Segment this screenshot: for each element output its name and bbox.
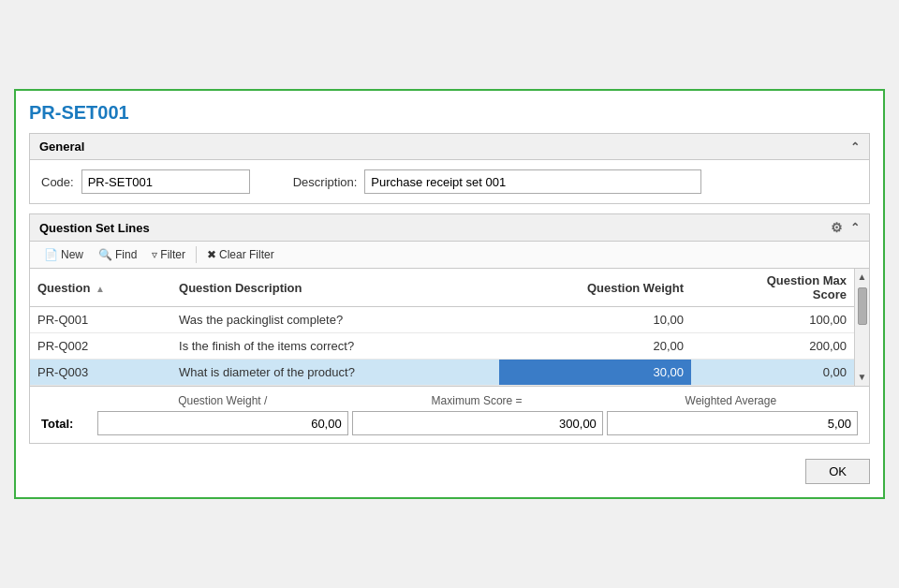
row1-description: Was the packinglist complete? bbox=[171, 307, 499, 333]
clear-filter-button[interactable]: ✖ Clear Filter bbox=[200, 245, 281, 264]
general-section-label: General bbox=[39, 140, 84, 154]
dialog-title: PR-SET001 bbox=[29, 102, 870, 124]
col-header-weight: Question Weight bbox=[499, 269, 691, 307]
code-input[interactable] bbox=[81, 169, 250, 194]
qs-section-label: Question Set Lines bbox=[39, 221, 150, 235]
qs-table: Question ▲ Question Description Question… bbox=[30, 269, 854, 386]
code-label: Code: bbox=[41, 175, 74, 189]
table-row-selected[interactable]: PR-Q003 What is diameter of the product?… bbox=[30, 360, 854, 386]
filter-icon: ▿ bbox=[152, 248, 157, 261]
maxscore-header-label: Maximum Score = bbox=[349, 394, 603, 407]
ok-button[interactable]: OK bbox=[805, 459, 870, 484]
row2-question: PR-Q002 bbox=[30, 333, 171, 360]
weight-header-label: Question Weight / bbox=[96, 394, 349, 407]
scroll-down-arrow[interactable]: ▼ bbox=[858, 371, 867, 384]
row2-weight: 20,00 bbox=[499, 333, 691, 360]
row3-description: What is diameter of the product? bbox=[171, 360, 499, 386]
total-label: Total: bbox=[41, 417, 97, 431]
row1-weight: 10,00 bbox=[499, 307, 691, 333]
row2-description: Is the finish of the items correct? bbox=[171, 333, 499, 360]
totals-section: Question Weight / Maximum Score = Weight… bbox=[30, 386, 869, 443]
ok-row: OK bbox=[29, 453, 870, 484]
general-section-header: General ⌃ bbox=[30, 134, 869, 160]
clear-filter-icon: ✖ bbox=[207, 248, 216, 261]
row2-maxscore: 200,00 bbox=[691, 333, 854, 360]
new-doc-icon: 📄 bbox=[44, 248, 58, 261]
total-weighted-avg-input[interactable] bbox=[607, 411, 858, 435]
scroll-up-arrow[interactable]: ▲ bbox=[858, 271, 867, 284]
col-header-question: Question ▲ bbox=[30, 269, 171, 307]
desc-input[interactable] bbox=[364, 169, 701, 194]
qs-section: Question Set Lines ⚙ ⌃ 📄 New 🔍 Find ▿ Fi… bbox=[29, 213, 870, 444]
total-maxscore-input[interactable] bbox=[352, 411, 603, 435]
sort-arrow-question: ▲ bbox=[96, 284, 105, 294]
row3-question: PR-Q003 bbox=[30, 360, 171, 386]
total-weight-input[interactable] bbox=[97, 411, 348, 435]
row1-maxscore: 100,00 bbox=[691, 307, 854, 333]
find-button[interactable]: 🔍 Find bbox=[92, 245, 143, 264]
filter-button[interactable]: ▿ Filter bbox=[145, 245, 192, 264]
table-row[interactable]: PR-Q001 Was the packinglist complete? 10… bbox=[30, 307, 854, 333]
totals-labels: Question Weight / Maximum Score = Weight… bbox=[41, 394, 858, 407]
row3-maxscore: 0,00 bbox=[691, 360, 854, 386]
toolbar-separator bbox=[196, 246, 197, 263]
general-section: General ⌃ Code: Description: bbox=[29, 133, 870, 204]
col-header-description: Question Description bbox=[171, 269, 499, 307]
general-collapse-icon[interactable]: ⌃ bbox=[850, 140, 860, 154]
col-header-maxscore: Question MaxScore bbox=[691, 269, 854, 307]
table-scroll-area: Question ▲ Question Description Question… bbox=[30, 269, 869, 386]
find-icon: 🔍 bbox=[98, 248, 112, 261]
new-button[interactable]: 📄 New bbox=[37, 245, 90, 264]
settings-icon[interactable]: ⚙ bbox=[831, 220, 843, 235]
general-section-content: Code: Description: bbox=[30, 160, 869, 203]
desc-label: Description: bbox=[293, 175, 358, 189]
scroll-thumb[interactable] bbox=[858, 287, 867, 325]
vertical-scrollbar[interactable]: ▲ ▼ bbox=[854, 269, 869, 386]
totals-row: Total: bbox=[41, 411, 858, 435]
qs-section-header: Question Set Lines ⚙ ⌃ bbox=[30, 214, 869, 242]
row1-question: PR-Q001 bbox=[30, 307, 171, 333]
qs-toolbar: 📄 New 🔍 Find ▿ Filter ✖ Clear Filter bbox=[30, 242, 869, 269]
row3-weight[interactable]: 30,00 bbox=[499, 360, 691, 386]
qs-collapse-icon[interactable]: ⌃ bbox=[850, 221, 860, 234]
table-row[interactable]: PR-Q002 Is the finish of the items corre… bbox=[30, 333, 854, 360]
table-wrap: Question ▲ Question Description Question… bbox=[30, 269, 854, 386]
weighted-avg-header-label: Weighted Average bbox=[604, 394, 858, 407]
dialog: PR-SET001 General ⌃ Code: Description: Q… bbox=[14, 89, 885, 499]
